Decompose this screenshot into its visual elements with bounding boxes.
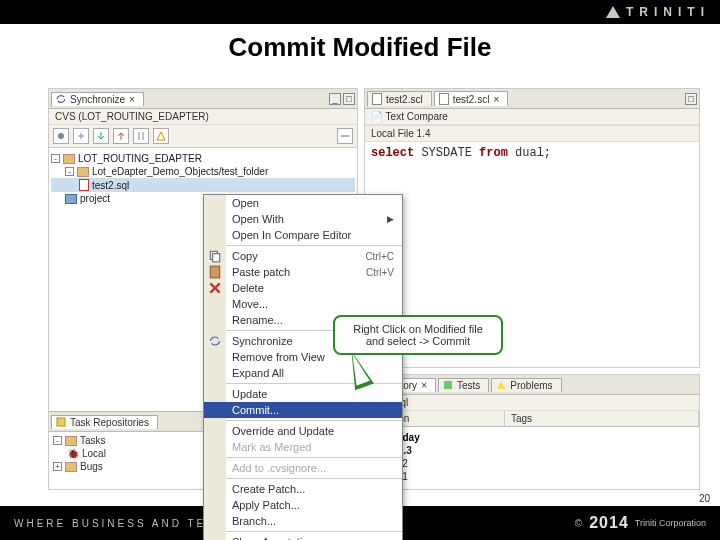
menu-cvsignore-label: Add to .cvsignore... [232, 462, 326, 474]
svg-rect-5 [213, 254, 220, 262]
toolbar-conflict-icon[interactable] [153, 128, 169, 144]
toolbar-incoming-icon[interactable] [93, 128, 109, 144]
expand-icon[interactable]: + [53, 462, 62, 471]
menu-separator [226, 245, 402, 246]
menu-apply-patch[interactable]: Apply Patch... [204, 497, 402, 513]
menu-override-update[interactable]: Override and Update [204, 423, 402, 439]
toolbar-outgoing-icon[interactable] [113, 128, 129, 144]
tab-tests-label: Tests [457, 380, 480, 391]
history-columns: Revision Tags [365, 411, 699, 427]
delete-icon [208, 281, 222, 295]
tab-tests[interactable]: Tests [438, 378, 489, 392]
menu-open-compare[interactable]: Open In Compare Editor [204, 227, 402, 243]
menu-commit[interactable]: Commit... [204, 402, 402, 418]
menu-open[interactable]: Open [204, 195, 402, 211]
local-file-label: Local File 1.4 [365, 125, 699, 142]
minimize-button[interactable]: _ [329, 93, 341, 105]
sync-icon [56, 94, 66, 104]
menu-branch-label: Branch... [232, 515, 276, 527]
tab-task-repositories-label: Task Repositories [70, 417, 149, 428]
tab-synchronize[interactable]: Synchronize × [51, 92, 144, 106]
menu-paste-shortcut: Ctrl+V [366, 267, 394, 278]
menu-create-patch[interactable]: Create Patch... [204, 481, 402, 497]
menu-branch[interactable]: Branch... [204, 513, 402, 529]
menu-show-annotation-label: Show Annotation [232, 536, 315, 540]
menu-update[interactable]: Update [204, 386, 402, 402]
local-label: Local [82, 448, 106, 459]
menu-separator [226, 531, 402, 532]
menu-copy[interactable]: CopyCtrl+C [204, 248, 402, 264]
file-icon [79, 179, 89, 191]
instruction-callout: Right Click on Modified file and select … [333, 315, 503, 355]
svg-rect-6 [210, 266, 219, 278]
ide-screenshot: Synchronize × _ □ CVS (LOT_ROUTING_EDAPT… [48, 88, 700, 490]
menu-update-label: Update [232, 388, 267, 400]
history-today[interactable]: - ▦ Today [367, 431, 697, 444]
sql-tail: dual; [508, 146, 551, 160]
revision-row[interactable]: *1.3 [367, 444, 697, 457]
revision-row[interactable]: 1.2 [367, 457, 697, 470]
toolbar-nav-icon[interactable] [73, 128, 89, 144]
copy-icon [208, 249, 222, 263]
tree-folder[interactable]: - Lot_eDapter_Demo_Objects/test_folder [51, 165, 355, 178]
footer-corp: Triniti Corporation [635, 518, 706, 528]
menu-show-annotation[interactable]: Show Annotation [204, 534, 402, 540]
text-compare-icon: 📄 [371, 111, 383, 122]
menu-open-with[interactable]: Open With▶ [204, 211, 402, 227]
revision-row[interactable]: 1.1 [367, 470, 697, 483]
col-tags[interactable]: Tags [505, 411, 699, 426]
tree-root-label: LOT_ROUTING_EDAPTER [78, 153, 202, 164]
close-icon[interactable]: × [493, 94, 499, 105]
tab-task-repositories[interactable]: Task Repositories [51, 415, 158, 429]
kw-from: from [479, 146, 508, 160]
toolbar-menu-icon[interactable] [337, 128, 353, 144]
tree-root[interactable]: - LOT_ROUTING_EDAPTER [51, 152, 355, 165]
tree-file-selected[interactable]: test2.sql [51, 178, 355, 192]
maximize-button[interactable]: □ [685, 93, 697, 105]
close-icon[interactable]: × [129, 94, 135, 105]
menu-paste-patch[interactable]: Paste patchCtrl+V [204, 264, 402, 280]
sql-col: SYSDATE [414, 146, 479, 160]
folder-icon [77, 167, 89, 177]
menu-override-label: Override and Update [232, 425, 334, 437]
submenu-arrow-icon: ▶ [387, 214, 394, 224]
menu-copy-label: Copy [232, 250, 258, 262]
tab-file-a[interactable]: test2.scl [367, 91, 432, 106]
tab-file-a-label: test2.scl [386, 94, 423, 105]
footer-year: 2014 [589, 514, 629, 532]
tree-file-label: test2.sql [92, 180, 129, 191]
menu-separator [226, 457, 402, 458]
tests-icon [443, 380, 453, 390]
expand-icon[interactable]: - [51, 154, 60, 163]
menu-mark-merged: Mark as Merged [204, 439, 402, 455]
sql-editor[interactable]: select SYSDATE from dual; [365, 142, 699, 164]
tasks-label: Tasks [80, 435, 106, 446]
menu-copy-shortcut: Ctrl+C [365, 251, 394, 262]
history-file: test2.sql [365, 395, 699, 411]
tree-project-2-label: project [80, 193, 110, 204]
maximize-button[interactable]: □ [343, 93, 355, 105]
tree-folder-label: Lot_eDapter_Demo_Objects/test_folder [92, 166, 268, 177]
menu-rename-label: Rename... [232, 314, 283, 326]
close-icon[interactable]: × [421, 380, 427, 391]
menu-delete[interactable]: Delete [204, 280, 402, 296]
menu-delete-label: Delete [232, 282, 264, 294]
tab-problems[interactable]: Problems [491, 378, 561, 392]
svg-rect-1 [57, 418, 65, 426]
brand-header: TRINITI [0, 0, 720, 24]
toolbar-both-icon[interactable] [133, 128, 149, 144]
tab-file-b[interactable]: test2.scl × [434, 91, 509, 106]
tab-synchronize-label: Synchronize [70, 94, 125, 105]
expand-icon[interactable]: - [65, 167, 74, 176]
history-view: History × Tests Problems test2.sql Revis… [364, 374, 700, 490]
menu-apply-patch-label: Apply Patch... [232, 499, 300, 511]
menu-move[interactable]: Move... [204, 296, 402, 312]
toolbar-pin-icon[interactable] [53, 128, 69, 144]
repo-label: CVS (LOT_ROUTING_EDAPTER) [49, 109, 357, 125]
collapse-icon[interactable]: - [53, 436, 62, 445]
folder-icon [65, 462, 77, 472]
slide-title: Commit Modified File [0, 24, 720, 69]
left-tab-row: Synchronize × _ □ [49, 89, 357, 109]
problems-icon [496, 380, 506, 390]
history-tab-row: History × Tests Problems [365, 375, 699, 395]
